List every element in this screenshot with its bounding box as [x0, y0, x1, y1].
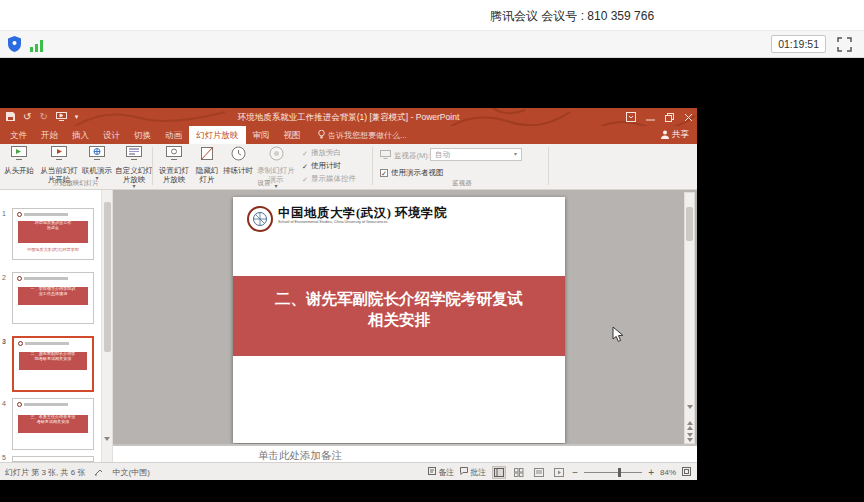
- mini-logo: [17, 276, 68, 281]
- play-from-current-icon: [50, 146, 68, 165]
- network-signal-icon[interactable]: [30, 38, 44, 56]
- tab-insert[interactable]: 插入: [65, 126, 96, 144]
- language-status[interactable]: 中文(中国): [112, 467, 149, 478]
- reading-view-button[interactable]: [532, 466, 546, 479]
- scrollbar-thumb[interactable]: [104, 202, 111, 352]
- slide-title-line2: 相关安排: [233, 309, 565, 330]
- tab-file[interactable]: 文件: [3, 126, 34, 144]
- ppt-titlebar: ↺ ↻ ▾ 环境地质系就业工作推进会背景(1) [兼容模式] - PowerPo…: [0, 108, 697, 126]
- slide-counter: 幻灯片 第 3 张, 共 6 张: [5, 467, 85, 478]
- slide-title-line1: 二、谢先军副院长介绍学院考研复试: [233, 288, 565, 309]
- restore-button[interactable]: [665, 108, 674, 126]
- group-label-start: 开始放映幻灯片: [0, 179, 152, 188]
- slideshow-view-button[interactable]: [552, 466, 566, 479]
- play-narrations-label: 播放旁白: [311, 148, 341, 158]
- slide-thumbnail-3-selected[interactable]: 二、谢先军副院长介绍学院考研复试相关安排: [12, 336, 94, 392]
- shared-screen-stage: ↺ ↻ ▾ 环境地质系就业工作推进会背景(1) [兼容模式] - PowerPo…: [0, 58, 864, 502]
- presenter-view-label: 使用演示者视图: [391, 168, 444, 178]
- slide-number: 4: [2, 400, 6, 407]
- rehearse-timings-button[interactable]: 排练计时: [222, 146, 254, 180]
- play-narrations-checkbox[interactable]: ✓ 播放旁白: [302, 148, 341, 158]
- editor-scrollbar[interactable]: [684, 192, 695, 444]
- scroll-down-icon[interactable]: [104, 441, 110, 459]
- slide-sorter-view-button[interactable]: [512, 466, 526, 479]
- slideshow-ribbon: 从头开始 从当前幻灯片开始 联机演示 ▾ 自定义幻灯片放映 ▾ 开始放映幻: [0, 144, 697, 190]
- use-timings-checkbox[interactable]: ✓ 使用计时: [302, 161, 341, 171]
- hide-slide-button[interactable]: 隐藏幻灯片: [194, 146, 220, 180]
- from-current-slide-button[interactable]: 从当前幻灯片开始: [38, 146, 80, 180]
- check-icon: ✓: [302, 163, 308, 170]
- lightbulb-icon: [318, 130, 325, 141]
- university-emblem-icon: [247, 206, 273, 236]
- slide-editor-area[interactable]: 中国地质大学(武汉) 环境学院 School of Environmental …: [113, 190, 697, 444]
- zoom-out-button[interactable]: −: [572, 467, 578, 478]
- group-label-monitors: 监视器: [376, 179, 548, 188]
- zoom-level[interactable]: 84%: [660, 468, 676, 477]
- normal-view-button[interactable]: [492, 466, 506, 479]
- university-logo: 中国地质大学(武汉) 环境学院 School of Environmental …: [247, 206, 455, 236]
- meeting-duration: 01:19:51: [771, 35, 826, 53]
- spellcheck-icon[interactable]: [94, 467, 103, 478]
- tell-me-box[interactable]: 告诉我您想要做什么...: [318, 126, 407, 144]
- presenter-view-checkbox[interactable]: ✓ 使用演示者视图: [380, 168, 444, 178]
- monitor-icon: [380, 150, 391, 161]
- minimize-button[interactable]: [646, 108, 655, 126]
- meeting-toolbar: 01:19:51: [0, 30, 864, 58]
- zoom-slider-thumb[interactable]: [618, 468, 621, 477]
- tab-view[interactable]: 视图: [277, 126, 308, 144]
- slide-number: 1: [2, 210, 6, 217]
- slide-number: 3: [2, 338, 6, 345]
- thumb-title-box: 三、各系主任介绍各专业考研复试相关安排: [18, 415, 88, 433]
- zoom-slider[interactable]: [584, 472, 642, 473]
- fullscreen-button[interactable]: [837, 37, 852, 52]
- group-divider: [372, 147, 373, 185]
- university-name-cn: 中国地质大学(武汉) 环境学院: [278, 206, 455, 220]
- current-slide-canvas[interactable]: 中国地质大学(武汉) 环境学院 School of Environmental …: [233, 197, 565, 443]
- chevron-down-icon: ▾: [514, 149, 517, 160]
- thumb-title-box: 二、谢先军副院长介绍学院考研复试相关安排: [19, 352, 87, 370]
- record-slideshow-button[interactable]: 录制幻灯片演示 ▾: [254, 146, 298, 180]
- thumb-title-box: 一、学院领导介绍学院就业工作总体情况: [18, 287, 88, 305]
- fit-slide-to-window-button[interactable]: [682, 467, 691, 478]
- tab-home[interactable]: 开始: [34, 126, 65, 144]
- slide-thumbnail-4[interactable]: 三、各系主任介绍各专业考研复试相关安排: [12, 398, 94, 450]
- tab-review[interactable]: 审阅: [246, 126, 277, 144]
- group-divider: [152, 147, 153, 185]
- next-slide-button[interactable]: [686, 433, 693, 442]
- slide-thumbnail-1[interactable]: 环境地质系就业工作推进会 中国地质大学(武汉)环境学院: [12, 208, 94, 260]
- use-timings-label: 使用计时: [311, 161, 341, 171]
- tab-animations[interactable]: 动画: [158, 126, 189, 144]
- tab-design[interactable]: 设计: [96, 126, 127, 144]
- monitor-value: 自动: [435, 149, 450, 160]
- zoom-in-button[interactable]: +: [648, 467, 654, 478]
- setup-slideshow-button[interactable]: 设置幻灯片放映: [156, 146, 192, 180]
- tab-transitions[interactable]: 切换: [127, 126, 158, 144]
- notes-pane[interactable]: 单击此处添加备注: [113, 444, 697, 462]
- mini-logo: [17, 402, 68, 407]
- slide-number: 5: [2, 454, 6, 461]
- window-controls: [626, 110, 693, 124]
- participants-sidebar: 曾斌的屏幕共享 主持人 兼职辅导员丁永辉 江南 jn江南: [702, 58, 862, 502]
- person-icon: [661, 130, 669, 141]
- ribbon-options-button[interactable]: [626, 108, 636, 126]
- thumb-subtitle: 中国地质大学(武汉)环境学院: [26, 248, 80, 253]
- share-button[interactable]: 共享: [661, 126, 689, 144]
- notes-placeholder[interactable]: 单击此处添加备注: [258, 449, 342, 463]
- comments-toggle-button[interactable]: 批注: [460, 467, 486, 478]
- notes-toggle-button[interactable]: 备注: [428, 467, 454, 478]
- security-shield-icon[interactable]: [8, 36, 21, 56]
- thumbnail-scrollbar[interactable]: [101, 190, 112, 462]
- from-beginning-button[interactable]: 从头开始: [0, 146, 38, 180]
- ppt-ribbon-tabs: 文件 开始 插入 设计 切换 动画 幻灯片放映 审阅 视图 告诉我您想要做什么.…: [0, 126, 697, 144]
- close-button[interactable]: [684, 108, 693, 126]
- thumb-title-box: 环境地质系就业工作推进会: [18, 221, 88, 243]
- slide-title-banner[interactable]: 二、谢先军副院长介绍学院考研复试 相关安排: [233, 276, 565, 356]
- custom-slideshow-button[interactable]: 自定义幻灯片放映 ▾: [114, 146, 154, 180]
- present-online-button[interactable]: 联机演示 ▾: [82, 146, 112, 180]
- slide-thumbnail-2[interactable]: 一、学院领导介绍学院就业工作总体情况: [12, 272, 94, 324]
- tab-slideshow[interactable]: 幻灯片放映: [189, 126, 246, 144]
- scrollbar-thumb[interactable]: [686, 207, 693, 241]
- monitor-select[interactable]: 自动 ▾: [430, 148, 522, 161]
- previous-slide-button[interactable]: [686, 421, 693, 430]
- custom-slideshow-icon: [125, 146, 143, 165]
